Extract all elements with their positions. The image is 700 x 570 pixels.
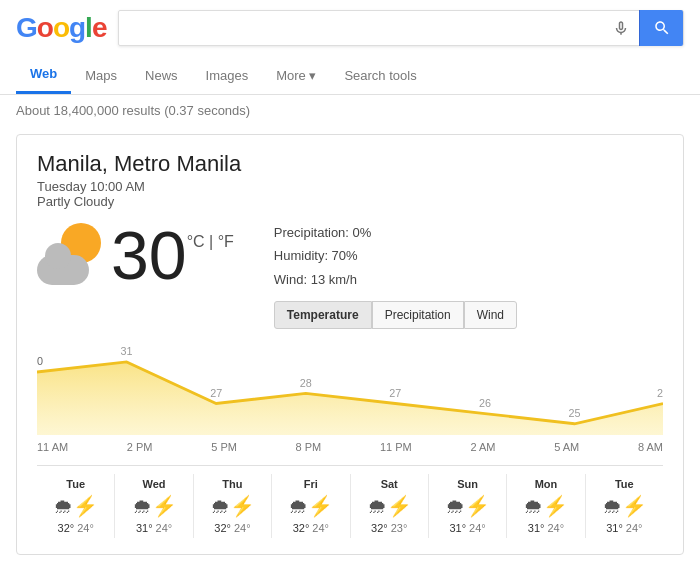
svg-text:25: 25 — [568, 407, 580, 419]
wind-detail: Wind: 13 km/h — [274, 268, 517, 291]
forecast-day-4: Sat 🌧⚡ 32° 23° — [351, 474, 429, 538]
weather-location: Manila, Metro Manila — [37, 151, 663, 177]
precipitation-detail: Precipitation: 0% — [274, 221, 517, 244]
precipitation-button[interactable]: Precipitation — [372, 301, 464, 329]
temperature-value: 30 — [111, 217, 187, 293]
weather-date: Tuesday 10:00 AM — [37, 179, 663, 194]
forecast-day-3: Fri 🌧⚡ 32° 24° — [272, 474, 350, 538]
time-label: 8 PM — [296, 441, 322, 453]
nav-web[interactable]: Web — [16, 56, 71, 94]
google-logo: Google — [16, 12, 106, 44]
weather-left: 30°C | °F — [37, 221, 234, 289]
time-label: 2 PM — [127, 441, 153, 453]
storm-icon-4: 🌧⚡ — [353, 494, 426, 518]
time-label: 8 AM — [638, 441, 663, 453]
nav-news[interactable]: News — [131, 58, 192, 93]
forecast-row: Tue 🌧⚡ 32° 24° Wed 🌧⚡ 31° 24° Thu 🌧⚡ 32°… — [37, 465, 663, 538]
weather-details: Precipitation: 0% Humidity: 70% Wind: 13… — [274, 221, 517, 291]
nav-maps[interactable]: Maps — [71, 58, 131, 93]
weather-condition: Partly Cloudy — [37, 194, 663, 209]
weather-right: Precipitation: 0% Humidity: 70% Wind: 13… — [274, 221, 517, 329]
time-label: 5 AM — [554, 441, 579, 453]
storm-icon-6: 🌧⚡ — [509, 494, 582, 518]
time-label: 11 AM — [37, 441, 68, 453]
weather-card: Manila, Metro Manila Tuesday 10:00 AM Pa… — [16, 134, 684, 555]
forecast-day-7: Tue 🌧⚡ 31° 24° — [586, 474, 663, 538]
header: Google weather in manila — [0, 0, 700, 56]
storm-icon-2: 🌧⚡ — [196, 494, 269, 518]
weather-main: 30°C | °F Precipitation: 0% Humidity: 70… — [37, 221, 663, 329]
svg-text:27: 27 — [389, 387, 401, 399]
svg-text:27: 27 — [657, 387, 663, 399]
forecast-day-6: Mon 🌧⚡ 31° 24° — [507, 474, 585, 538]
mic-button[interactable] — [603, 10, 639, 46]
search-bar: weather in manila — [118, 10, 684, 46]
storm-icon-0: 🌧⚡ — [39, 494, 112, 518]
storm-icon-7: 🌧⚡ — [588, 494, 661, 518]
forecast-day-2: Thu 🌧⚡ 32° 24° — [194, 474, 272, 538]
temperature-button[interactable]: Temperature — [274, 301, 372, 329]
svg-text:28: 28 — [300, 377, 312, 389]
time-label: 11 PM — [380, 441, 412, 453]
nav-more[interactable]: More ▾ — [262, 58, 330, 93]
svg-text:26: 26 — [479, 397, 491, 409]
nav-images[interactable]: Images — [192, 58, 263, 93]
time-label: 2 AM — [470, 441, 495, 453]
wind-button[interactable]: Wind — [464, 301, 517, 329]
forecast-day-1: Wed 🌧⚡ 31° 24° — [115, 474, 193, 538]
weather-chart: 30 31 27 28 27 26 25 27 — [37, 345, 663, 435]
results-info: About 18,400,000 results (0.37 seconds) — [0, 95, 700, 126]
storm-icon-5: 🌧⚡ — [431, 494, 504, 518]
storm-icon-3: 🌧⚡ — [274, 494, 347, 518]
storm-icon-1: 🌧⚡ — [117, 494, 190, 518]
svg-text:31: 31 — [121, 345, 133, 357]
weather-icon — [37, 223, 101, 287]
svg-text:27: 27 — [210, 387, 222, 399]
humidity-detail: Humidity: 70% — [274, 244, 517, 267]
forecast-day-0: Tue 🌧⚡ 32° 24° — [37, 474, 115, 538]
time-labels: 11 AM 2 PM 5 PM 8 PM 11 PM 2 AM 5 AM 8 A… — [37, 437, 663, 457]
chart-area: 30 31 27 28 27 26 25 27 — [37, 345, 663, 435]
weather-buttons: Temperature Precipitation Wind — [274, 301, 517, 329]
forecast-day-5: Sun 🌧⚡ 31° 24° — [429, 474, 507, 538]
nav-bar: Web Maps News Images More ▾ Search tools — [0, 56, 700, 95]
nav-search-tools[interactable]: Search tools — [330, 58, 430, 93]
time-label: 5 PM — [211, 441, 237, 453]
search-input[interactable]: weather in manila — [119, 19, 603, 37]
search-button[interactable] — [639, 10, 683, 46]
temp-unit[interactable]: °C | °F — [187, 233, 234, 251]
weather-temp-display: 30°C | °F — [111, 221, 234, 289]
svg-text:30: 30 — [37, 355, 43, 367]
